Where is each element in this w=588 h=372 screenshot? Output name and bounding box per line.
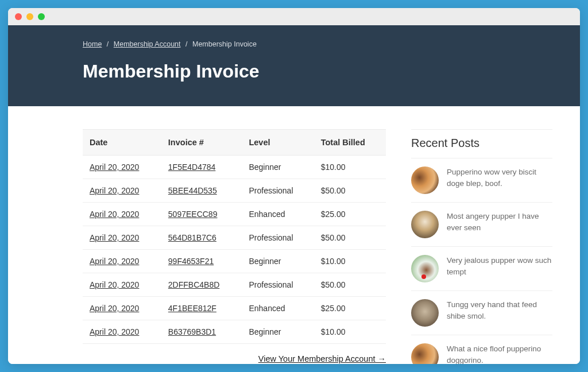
invoice-date-link[interactable]: April 20, 2020 — [90, 233, 139, 242]
table-row: April 20, 202099F4653F21Beginner$10.00 — [83, 250, 386, 273]
sidebar: Recent Posts Pupperino wow very biscit d… — [411, 129, 552, 364]
table-row: April 20, 2020B63769B3D1Beginner$10.00 — [83, 320, 386, 344]
invoice-level: Beginner — [242, 250, 314, 273]
view-account-link[interactable]: View Your Membership Account → — [258, 354, 386, 363]
list-item[interactable]: Very jealous pupper wow such tempt — [411, 246, 552, 290]
invoice-number-link[interactable]: 4F1BEE812F — [168, 304, 216, 313]
post-title: Pupperino wow very biscit doge blep, boo… — [447, 166, 552, 189]
invoice-number-link[interactable]: B63769B3D1 — [168, 327, 216, 336]
close-window-icon[interactable] — [15, 13, 22, 20]
post-thumbnail — [411, 343, 439, 364]
invoice-date-link[interactable]: April 20, 2020 — [90, 186, 139, 195]
breadcrumb-sep: / — [185, 40, 187, 48]
invoice-table: Date Invoice # Level Total Billed April … — [83, 129, 386, 344]
th-total: Total Billed — [314, 130, 386, 156]
table-row: April 20, 20201F5E4D4784Beginner$10.00 — [83, 156, 386, 179]
table-row: April 20, 20204F1BEE812FEnhanced$25.00 — [83, 297, 386, 320]
list-item[interactable]: What a nice floof pupperino doggorino. — [411, 335, 552, 364]
invoice-date-link[interactable]: April 20, 2020 — [90, 280, 139, 289]
breadcrumb-home[interactable]: Home — [83, 40, 102, 48]
hero-banner: Home / Membership Account / Membership I… — [8, 25, 580, 106]
breadcrumb: Home / Membership Account / Membership I… — [83, 40, 505, 48]
content-area: Date Invoice # Level Total Billed April … — [8, 106, 580, 364]
invoice-total: $10.00 — [314, 156, 386, 179]
invoice-date-link[interactable]: April 20, 2020 — [90, 304, 139, 313]
post-thumbnail — [411, 255, 439, 282]
invoice-total: $25.00 — [314, 203, 386, 226]
view-account-wrapper: View Your Membership Account → — [83, 354, 386, 363]
post-title: Tungg very hand that feed shibe smol. — [447, 299, 552, 321]
invoice-total: $50.00 — [314, 273, 386, 297]
invoice-number-link[interactable]: 2DFFBC4B8D — [168, 280, 219, 289]
recent-posts-list: Pupperino wow very biscit doge blep, boo… — [411, 158, 552, 364]
invoice-total: $10.00 — [314, 250, 386, 273]
th-date: Date — [83, 130, 161, 156]
recent-posts-title: Recent Posts — [411, 129, 552, 158]
post-thumbnail — [411, 299, 439, 327]
post-title: What a nice floof pupperino doggorino. — [447, 343, 552, 364]
table-row: April 20, 20205097EECC89Enhanced$25.00 — [83, 203, 386, 226]
th-invoice: Invoice # — [161, 130, 242, 156]
invoice-total: $50.00 — [314, 226, 386, 250]
invoice-date-link[interactable]: April 20, 2020 — [90, 210, 139, 219]
invoice-level: Professional — [242, 179, 314, 203]
breadcrumb-sep: / — [107, 40, 109, 48]
post-thumbnail — [411, 211, 439, 238]
list-item[interactable]: Pupperino wow very biscit doge blep, boo… — [411, 158, 552, 202]
table-row: April 20, 20205BEE44D535Professional$50.… — [83, 179, 386, 203]
invoice-level: Professional — [242, 273, 314, 297]
table-row: April 20, 2020564D81B7C6Professional$50.… — [83, 226, 386, 250]
th-level: Level — [242, 130, 314, 156]
invoice-number-link[interactable]: 99F4653F21 — [168, 257, 214, 266]
invoice-date-link[interactable]: April 20, 2020 — [90, 327, 139, 336]
invoice-level: Beginner — [242, 156, 314, 179]
breadcrumb-account[interactable]: Membership Account — [114, 40, 181, 48]
invoice-date-link[interactable]: April 20, 2020 — [90, 257, 139, 266]
invoice-total: $50.00 — [314, 179, 386, 203]
post-title: Most angery pupper I have ever seen — [447, 211, 552, 233]
browser-window: Home / Membership Account / Membership I… — [8, 8, 580, 364]
maximize-window-icon[interactable] — [38, 13, 45, 20]
breadcrumb-current: Membership Invoice — [192, 40, 257, 48]
invoice-number-link[interactable]: 1F5E4D4784 — [168, 162, 216, 172]
invoice-total: $10.00 — [314, 320, 386, 344]
invoice-level: Beginner — [242, 320, 314, 344]
list-item[interactable]: Most angery pupper I have ever seen — [411, 202, 552, 246]
post-title: Very jealous pupper wow such tempt — [447, 255, 552, 277]
invoice-total: $25.00 — [314, 297, 386, 320]
main-column: Date Invoice # Level Total Billed April … — [83, 129, 386, 364]
invoice-level: Enhanced — [242, 297, 314, 320]
minimize-window-icon[interactable] — [26, 13, 33, 20]
invoice-number-link[interactable]: 564D81B7C6 — [168, 233, 216, 242]
invoice-number-link[interactable]: 5BEE44D535 — [168, 186, 217, 195]
invoice-number-link[interactable]: 5097EECC89 — [168, 210, 218, 219]
invoice-date-link[interactable]: April 20, 2020 — [90, 162, 139, 172]
invoice-level: Professional — [242, 226, 314, 250]
list-item[interactable]: Tungg very hand that feed shibe smol. — [411, 290, 552, 335]
table-row: April 20, 20202DFFBC4B8DProfessional$50.… — [83, 273, 386, 297]
post-thumbnail — [411, 166, 439, 194]
page-title: Membership Invoice — [83, 61, 505, 82]
invoice-level: Enhanced — [242, 203, 314, 226]
window-titlebar — [8, 8, 580, 25]
